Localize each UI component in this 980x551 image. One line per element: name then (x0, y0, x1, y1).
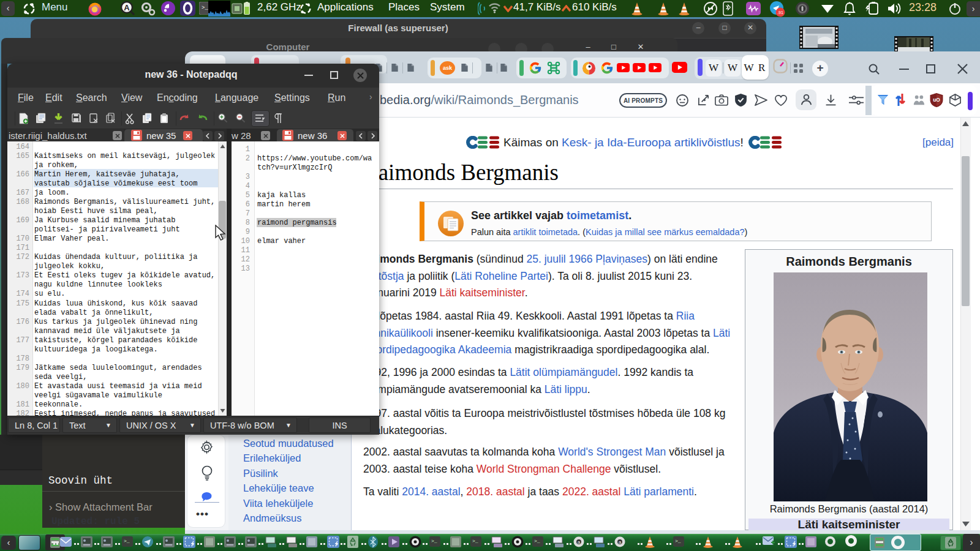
svg-text:>_: >_ (675, 538, 681, 544)
svg-text:>_: >_ (472, 538, 478, 544)
svg-text:a: a (618, 539, 621, 545)
svg-text:uO: uO (933, 97, 940, 103)
svg-text:>_: >_ (534, 538, 540, 544)
svg-text:.91: .91 (777, 10, 783, 15)
svg-text:>_: >_ (431, 538, 437, 544)
svg-text:>_: >_ (202, 5, 208, 11)
svg-text:a: a (577, 539, 580, 545)
svg-text:>_: >_ (124, 538, 130, 544)
svg-text:A: A (124, 3, 130, 12)
